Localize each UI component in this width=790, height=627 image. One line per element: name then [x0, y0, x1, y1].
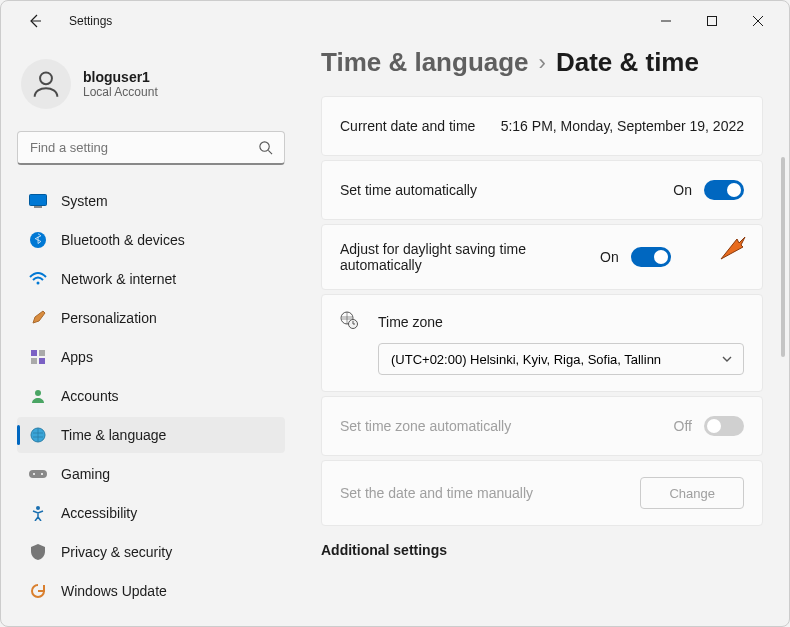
- sidebar-item-network[interactable]: Network & internet: [17, 261, 285, 297]
- manual-datetime-label: Set the date and time manually: [340, 485, 640, 501]
- sidebar: bloguser1 Local Account System Bluetooth…: [1, 41, 301, 626]
- scrollbar[interactable]: [781, 157, 785, 357]
- current-datetime-card: Current date and time 5:16 PM, Monday, S…: [321, 96, 763, 156]
- bluetooth-icon: [29, 231, 47, 249]
- svg-rect-14: [39, 358, 45, 364]
- set-time-auto-label: Set time automatically: [340, 182, 673, 198]
- manual-datetime-card: Set the date and time manually Change: [321, 460, 763, 526]
- update-icon: [29, 582, 47, 600]
- sidebar-item-update[interactable]: Windows Update: [17, 573, 285, 609]
- user-icon: [29, 67, 63, 101]
- search-icon: [258, 140, 273, 155]
- minimize-button[interactable]: [643, 5, 689, 37]
- timezone-auto-label: Set time zone automatically: [340, 418, 674, 434]
- back-arrow-icon: [27, 13, 43, 29]
- svg-rect-11: [31, 350, 37, 356]
- dst-toggle[interactable]: [631, 247, 671, 267]
- avatar: [21, 59, 71, 109]
- additional-settings-heading: Additional settings: [321, 542, 763, 558]
- accessibility-icon: [29, 504, 47, 522]
- timezone-card: Time zone (UTC+02:00) Helsinki, Kyiv, Ri…: [321, 294, 763, 392]
- dst-card: Adjust for daylight saving time automati…: [321, 224, 763, 290]
- sidebar-item-time-language[interactable]: Time & language: [17, 417, 285, 453]
- maximize-button[interactable]: [689, 5, 735, 37]
- chevron-right-icon: ›: [539, 50, 546, 76]
- apps-icon: [29, 348, 47, 366]
- sidebar-item-accessibility[interactable]: Accessibility: [17, 495, 285, 531]
- svg-point-19: [41, 473, 43, 475]
- timezone-select[interactable]: (UTC+02:00) Helsinki, Kyiv, Riga, Sofia,…: [378, 343, 744, 375]
- close-button[interactable]: [735, 5, 781, 37]
- set-time-auto-toggle[interactable]: [704, 180, 744, 200]
- svg-point-18: [33, 473, 35, 475]
- svg-rect-17: [29, 470, 47, 478]
- shield-icon: [29, 543, 47, 561]
- sidebar-item-personalization[interactable]: Personalization: [17, 300, 285, 336]
- sidebar-item-accounts[interactable]: Accounts: [17, 378, 285, 414]
- sidebar-item-label: Time & language: [61, 427, 166, 443]
- svg-rect-8: [34, 206, 42, 208]
- timezone-value: (UTC+02:00) Helsinki, Kyiv, Riga, Sofia,…: [391, 352, 713, 367]
- page-title: Date & time: [556, 47, 699, 78]
- user-name: bloguser1: [83, 69, 158, 85]
- timezone-auto-card: Set time zone automatically Off: [321, 396, 763, 456]
- sidebar-item-label: Apps: [61, 349, 93, 365]
- user-subtitle: Local Account: [83, 85, 158, 99]
- main-content: Time & language › Date & time Current da…: [301, 41, 789, 626]
- gaming-icon: [29, 465, 47, 483]
- sidebar-item-label: Accessibility: [61, 505, 137, 521]
- sidebar-item-bluetooth[interactable]: Bluetooth & devices: [17, 222, 285, 258]
- window-controls: [643, 5, 781, 37]
- accounts-icon: [29, 387, 47, 405]
- svg-line-6: [268, 150, 272, 154]
- current-datetime-value: 5:16 PM, Monday, September 19, 2022: [501, 118, 744, 134]
- sidebar-item-label: Accounts: [61, 388, 119, 404]
- window-title: Settings: [69, 14, 112, 28]
- sidebar-item-gaming[interactable]: Gaming: [17, 456, 285, 492]
- brush-icon: [29, 309, 47, 327]
- sidebar-item-label: Privacy & security: [61, 544, 172, 560]
- titlebar: Settings: [1, 1, 789, 41]
- chevron-down-icon: [721, 353, 733, 365]
- svg-rect-13: [31, 358, 37, 364]
- sidebar-item-apps[interactable]: Apps: [17, 339, 285, 375]
- svg-point-5: [260, 142, 269, 151]
- sidebar-item-label: Network & internet: [61, 271, 176, 287]
- svg-point-20: [36, 506, 40, 510]
- current-datetime-label: Current date and time: [340, 118, 501, 134]
- svg-point-15: [35, 390, 41, 396]
- set-time-auto-state: On: [673, 182, 692, 198]
- dst-state: On: [600, 249, 619, 265]
- svg-rect-7: [30, 195, 47, 206]
- svg-rect-12: [39, 350, 45, 356]
- svg-point-4: [40, 72, 52, 84]
- globe-icon: [29, 426, 47, 444]
- system-icon: [29, 192, 47, 210]
- sidebar-item-label: Personalization: [61, 310, 157, 326]
- sidebar-item-label: Windows Update: [61, 583, 167, 599]
- timezone-auto-toggle: [704, 416, 744, 436]
- sidebar-item-system[interactable]: System: [17, 183, 285, 219]
- dst-label: Adjust for daylight saving time automati…: [340, 241, 600, 273]
- sidebar-item-label: Bluetooth & devices: [61, 232, 185, 248]
- svg-rect-1: [708, 17, 717, 26]
- sidebar-item-privacy[interactable]: Privacy & security: [17, 534, 285, 570]
- sidebar-item-label: System: [61, 193, 108, 209]
- search-input[interactable]: [17, 131, 285, 165]
- back-button[interactable]: [19, 5, 51, 37]
- change-button: Change: [640, 477, 744, 509]
- timezone-label: Time zone: [378, 314, 744, 330]
- breadcrumb-parent[interactable]: Time & language: [321, 47, 529, 78]
- timezone-auto-state: Off: [674, 418, 692, 434]
- breadcrumb: Time & language › Date & time: [321, 47, 763, 78]
- user-profile[interactable]: bloguser1 Local Account: [17, 51, 285, 117]
- sidebar-item-label: Gaming: [61, 466, 110, 482]
- set-time-auto-card: Set time automatically On: [321, 160, 763, 220]
- svg-point-10: [37, 282, 40, 285]
- globe-clock-icon: [340, 311, 358, 333]
- wifi-icon: [29, 270, 47, 288]
- search-box: [17, 131, 285, 165]
